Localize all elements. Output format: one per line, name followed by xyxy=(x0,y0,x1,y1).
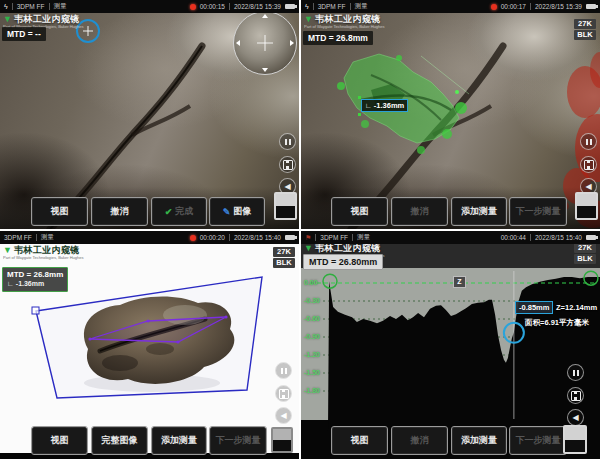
view-button[interactable]: 视图 xyxy=(32,198,87,225)
zoom-chip: 27K xyxy=(273,247,295,257)
profile-length-label: Z=12.14mm xyxy=(556,303,597,312)
handle-dot[interactable] xyxy=(358,113,361,116)
separator xyxy=(530,234,531,241)
add-measure-button[interactable]: 添加测量 xyxy=(152,427,206,454)
pause-button[interactable] xyxy=(580,133,597,150)
depth-icon: ∟ xyxy=(7,280,14,287)
depth-value-label[interactable]: ∟ -1.36mm xyxy=(361,99,408,112)
view-button[interactable]: 视图 xyxy=(332,198,387,225)
magnifier-marker-icon xyxy=(290,40,294,46)
tab-measure[interactable]: 测量 xyxy=(357,233,370,242)
mode-label: 3DPM FF xyxy=(4,234,32,241)
save-button[interactable] xyxy=(279,156,296,173)
record-timer: 00:00:20 xyxy=(200,234,225,241)
back-button[interactable]: ◀ xyxy=(567,409,584,426)
back-arrow-icon: ◀ xyxy=(572,413,578,422)
record-timer: 00:00:15 xyxy=(200,3,225,10)
record-indicator-icon xyxy=(491,4,497,10)
view-button[interactable]: 视图 xyxy=(332,427,387,454)
undo-button[interactable]: 撤消 xyxy=(392,427,447,454)
mtd-readout: MTD = 26.8mm xyxy=(303,31,373,45)
zoom-chip: 27K xyxy=(574,243,596,253)
save-button[interactable] xyxy=(580,156,597,173)
y-tick-label: -0.30 xyxy=(304,297,320,304)
mode-chip: BLK xyxy=(574,254,596,264)
z-axis-label: Z xyxy=(453,276,466,288)
pause-button[interactable] xyxy=(275,362,292,379)
reference-anchor-handle[interactable] xyxy=(323,274,337,288)
full-image-button[interactable]: 完整图像 xyxy=(92,427,147,454)
point-cloud-view[interactable] xyxy=(0,231,299,459)
save-button[interactable] xyxy=(275,385,292,402)
handle-dot[interactable] xyxy=(358,96,361,99)
tab-measure[interactable]: 测量 xyxy=(41,233,54,242)
screen-toggle-button[interactable] xyxy=(563,425,587,454)
y-tick-label: -1.50 xyxy=(304,369,320,376)
next-measure-button[interactable]: 下一步测量 xyxy=(210,427,266,454)
depth-readout: -1.36mm xyxy=(16,280,44,287)
add-measure-button[interactable]: 添加测量 xyxy=(452,198,506,225)
y-tick-label: -1.20 xyxy=(304,351,320,358)
pause-button[interactable] xyxy=(567,364,584,381)
next-measure-button[interactable]: 下一步测量 xyxy=(510,198,566,225)
back-arrow-icon: ◀ xyxy=(280,411,286,420)
brand-subtitle: Part of Waygate Technologies, Baker Hugh… xyxy=(304,25,385,29)
status-bar: ϟ 3DPM FF 测量 00:00:17 2022/8/15 15:39 xyxy=(301,0,600,13)
separator xyxy=(315,234,316,241)
status-bar: ⚑ 3DPM FF 测量 00:00:44 2022/8/15 15:40 xyxy=(301,231,600,244)
profile-silhouette xyxy=(328,277,600,431)
mtd-readout: MTD = 26.8mm xyxy=(7,270,63,280)
magnifier-marker-icon xyxy=(262,68,268,72)
check-icon: ✔ xyxy=(165,207,173,217)
undo-button[interactable]: 撤消 xyxy=(392,198,447,225)
datetime: 2022/8/15 15:40 xyxy=(535,234,582,241)
depth-icon: ∟ xyxy=(365,102,372,109)
lightning-icon: ϟ xyxy=(4,3,8,10)
brand-title: 韦林工业内窥镜 xyxy=(14,246,80,255)
videoscope-quad-view: ϟ 3DPM FF 测量 00:00:15 2022/8/15 15:39 ▼ … xyxy=(0,0,600,459)
save-icon xyxy=(571,391,581,401)
separator xyxy=(36,234,37,241)
separator xyxy=(530,3,531,10)
save-button[interactable] xyxy=(567,387,584,404)
tab-measure[interactable]: 测量 xyxy=(54,2,67,11)
image-button[interactable]: ✎ 图像 xyxy=(210,198,264,225)
save-icon xyxy=(584,160,594,170)
record-timer: 00:00:44 xyxy=(501,234,526,241)
separator xyxy=(313,3,314,10)
screen-toggle-button[interactable] xyxy=(274,192,297,220)
y-tick-label: -0.90 xyxy=(304,333,320,340)
brand-title: 韦林工业内窥镜 xyxy=(315,244,381,253)
mode-chip: BLK xyxy=(273,258,295,268)
done-button[interactable]: ✔ 完成 xyxy=(152,198,206,225)
quadrant-measure-overlay: ϟ 3DPM FF 测量 00:00:17 2022/8/15 15:39 ▼ … xyxy=(301,0,600,229)
measurement-summary-box[interactable]: MTD = 26.8mm ∟ -1.36mm xyxy=(2,267,68,292)
tab-measure[interactable]: 测量 xyxy=(355,2,368,11)
logo-triangle-icon: ▼ xyxy=(3,15,12,24)
magnifier-marker-icon xyxy=(236,40,240,46)
battery-icon xyxy=(285,235,295,240)
next-measure-button[interactable]: 下一步测量 xyxy=(510,427,566,454)
lightning-icon: ϟ xyxy=(305,3,309,10)
status-bar: ϟ 3DPM FF 测量 00:00:15 2022/8/15 15:39 xyxy=(0,0,299,13)
record-timer: 00:00:17 xyxy=(501,3,526,10)
datetime: 2022/8/15 15:40 xyxy=(234,234,281,241)
quadrant-point-cloud: 3DPM FF 测量 00:00:20 2022/8/15 15:40 ▼ 韦林… xyxy=(0,231,299,459)
quadrant-depth-profile: 0.00-0.30-0.60-0.90-1.20-1.50-1.80 Z -0.… xyxy=(301,231,600,459)
back-button[interactable]: ◀ xyxy=(275,407,292,424)
screen-toggle-button[interactable] xyxy=(575,192,598,220)
record-indicator-icon xyxy=(190,4,196,10)
datetime: 2022/8/15 15:39 xyxy=(234,3,281,10)
screen-toggle-button[interactable] xyxy=(271,427,293,453)
pause-button[interactable] xyxy=(279,133,296,150)
zoom-chip: 27K xyxy=(574,19,596,29)
mode-label: 3DPM FF xyxy=(17,3,45,10)
undo-button[interactable]: 撤消 xyxy=(92,198,147,225)
separator xyxy=(49,3,50,10)
save-icon xyxy=(279,389,289,399)
battery-icon xyxy=(285,4,295,9)
add-measure-button[interactable]: 添加测量 xyxy=(452,427,506,454)
view-button[interactable]: 视图 xyxy=(32,427,87,454)
y-tick-label: -0.60 xyxy=(304,315,320,322)
magnifier-inset xyxy=(233,11,297,75)
